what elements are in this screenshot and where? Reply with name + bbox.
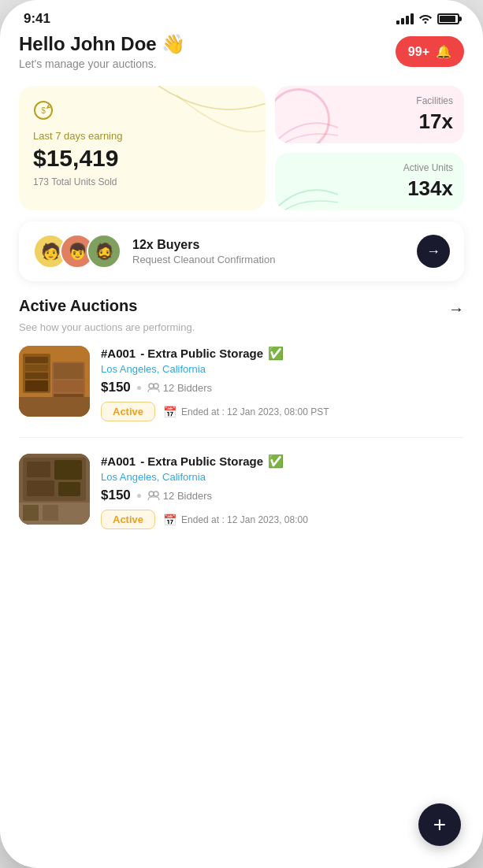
notif-count: 99+ [408,45,429,59]
stats-row: $ Last 7 days earning $15,419 173 Total … [19,86,464,210]
auction-id-2: #A001 [101,454,136,468]
ended-text-1: Ended at : 12 Jan 2023, 08:00 PST [181,406,329,417]
calendar-icon-2: 📅 [163,514,176,526]
svg-point-24 [149,491,154,496]
phone-frame: 9:41 Hello John Doe 👋 Let's manage your … [0,0,483,868]
facilities-card: Facilities 17x [275,86,464,143]
wifi-icon [418,13,433,26]
svg-rect-7 [25,380,48,391]
greeting-text: Hello John Doe 👋 [19,33,185,55]
buyers-card[interactable]: 🧑 👦 🧔 12x Buyers Request Cleanout Confir… [19,221,464,281]
greeting-block: Hello John Doe 👋 Let's manage your aucti… [19,33,185,70]
earning-units: 173 Total Units Sold [33,176,251,187]
ended-info-2: 📅 Ended at : 12 Jan 2023, 08:00 [163,514,308,526]
buyers-title: 12x Buyers [132,238,406,252]
auction-thumb-1 [19,346,90,417]
calendar-icon-1: 📅 [163,406,176,418]
svg-rect-17 [27,462,50,477]
svg-rect-22 [23,505,39,521]
ended-text-2: Ended at : 12 Jan 2023, 08:00 [181,514,308,525]
auction-price-row-1: $150 12 Bidders [101,380,464,395]
buyers-arrow-button[interactable]: → [417,235,450,268]
svg-text:$: $ [41,106,46,115]
svg-rect-10 [54,380,84,392]
bidders-2: 12 Bidders [147,490,212,502]
right-stats-cards: Facilities 17x Active Units 134x [275,86,464,210]
auctions-sub: See how your auctions are performing. [19,321,464,333]
status-bar: 9:41 [0,0,483,33]
active-badge-2: Active [101,510,155,529]
dot-separator-1 [137,386,141,390]
auction-title-row-2: #A001 - Extra Public Storage ✅ [101,454,464,469]
svg-point-14 [154,384,158,388]
bell-icon: 🔔 [436,44,451,59]
auction-id-1: #A001 [101,347,136,360]
fab-button[interactable]: + [418,803,461,846]
auction-details-2: #A001 - Extra Public Storage ✅ Los Angel… [101,454,464,529]
auction-item-2[interactable]: #A001 - Extra Public Storage ✅ Los Angel… [19,454,464,529]
auction-thumb-2 [19,454,90,525]
avatar-3: 🧔 [87,234,121,269]
auction-name-1: - Extra Public Storage [140,347,263,360]
ended-info-1: 📅 Ended at : 12 Jan 2023, 08:00 PST [163,406,329,418]
auction-footer-2: Active 📅 Ended at : 12 Jan 2023, 08:00 [101,510,464,529]
avatars-stack: 🧑 👦 🧔 [33,234,121,269]
svg-rect-4 [25,357,48,363]
svg-rect-5 [25,365,48,371]
greeting-sub: Let's manage your auctions. [19,57,185,70]
auction-location-1: Los Angeles, California [101,363,464,375]
buyers-info: 12x Buyers Request Cleanout Confirmation [132,238,406,265]
earning-label: Last 7 days earning [33,130,251,142]
header-row: Hello John Doe 👋 Let's manage your aucti… [19,33,464,70]
auction-price-row-2: $150 12 Bidders [101,488,464,503]
verified-icon-1: ✅ [268,346,284,361]
auction-title-row-1: #A001 - Extra Public Storage ✅ [101,346,464,361]
status-time: 9:41 [24,11,50,27]
active-badge-1: Active [101,402,155,421]
svg-point-13 [149,384,154,388]
auction-price-2: $150 [101,488,131,503]
battery-icon [437,13,459,24]
auctions-section-header: Active Auctions → [19,297,464,318]
svg-rect-12 [19,397,90,417]
svg-rect-9 [54,363,84,379]
earning-card: $ Last 7 days earning $15,419 173 Total … [19,86,266,210]
buyers-sub: Request Cleanout Confirmation [132,254,406,265]
signal-icon [396,13,414,24]
earning-icon: $ [33,100,54,125]
main-content: Hello John Doe 👋 Let's manage your aucti… [0,33,483,862]
svg-rect-19 [27,480,54,496]
status-icons [396,13,459,26]
auctions-see-all-button[interactable]: → [448,300,464,318]
svg-point-25 [154,491,158,496]
auction-location-2: Los Angeles, California [101,471,464,483]
verified-icon-2: ✅ [268,454,284,469]
svg-rect-20 [58,482,80,496]
auctions-title: Active Auctions [19,297,137,315]
notification-badge[interactable]: 99+ 🔔 [396,36,464,67]
auction-item-1[interactable]: #A001 - Extra Public Storage ✅ Los Angel… [19,346,464,421]
svg-rect-23 [43,505,58,521]
dot-separator-2 [137,494,141,498]
divider-1 [19,437,464,438]
earning-amount: $15,419 [33,145,251,172]
auction-price-1: $150 [101,380,131,395]
auction-footer-1: Active 📅 Ended at : 12 Jan 2023, 08:00 P… [101,402,464,421]
auction-name-2: - Extra Public Storage [140,454,263,468]
auction-details-1: #A001 - Extra Public Storage ✅ Los Angel… [101,346,464,421]
svg-rect-6 [25,373,48,379]
svg-rect-18 [54,460,82,480]
bidders-1: 12 Bidders [147,382,212,394]
active-units-card: Active Units 134x [275,153,464,210]
